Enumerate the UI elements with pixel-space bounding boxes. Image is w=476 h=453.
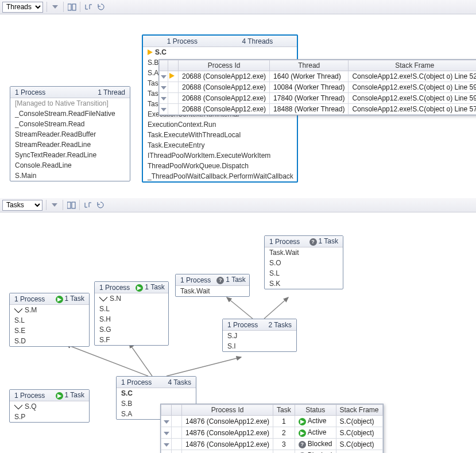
view-mode-select[interactable]: Tasks bbox=[2, 200, 42, 211]
stack-frame-row[interactable]: ExecutionContext.Run bbox=[143, 119, 297, 130]
col-stack-frame[interactable]: Stack Frame bbox=[336, 405, 382, 416]
proc-label: 1 Process bbox=[180, 276, 211, 284]
stack-frame-row[interactable]: StreamReader.ReadBuffer bbox=[10, 129, 130, 140]
toolbar-separator bbox=[46, 200, 47, 210]
async-icon bbox=[99, 296, 107, 301]
stack-frame-row[interactable]: S.C bbox=[117, 388, 196, 398]
task-box-4[interactable]: 1 Process?1 TaskTask.WaitS.OS.LS.K bbox=[264, 235, 343, 289]
stack-frame-row[interactable]: IThreadPoolWorkItem.ExecuteWorkItem bbox=[143, 150, 297, 161]
filter-icon[interactable] bbox=[50, 200, 59, 210]
col-stack-frame[interactable]: Stack Frame bbox=[349, 60, 476, 71]
stack-frame-row[interactable]: _ThreadPoolWaitCallback.PerformWaitCallb… bbox=[143, 171, 297, 181]
cell-thread: 10084 (Worker Thread) bbox=[270, 82, 349, 93]
stack-frame-row[interactable]: S.Main bbox=[10, 171, 130, 181]
task-count-label: ▶1 Task bbox=[56, 295, 84, 303]
tasks-grid[interactable]: Process Id Task Status Stack Frame 14876… bbox=[160, 404, 384, 453]
task-box-3[interactable]: 1 Process?1 TaskTask.Wait bbox=[175, 274, 250, 297]
filter-icon[interactable] bbox=[51, 2, 60, 11]
filter-icon[interactable] bbox=[161, 97, 167, 100]
stack-frame-row[interactable]: StreamReader.ReadLine bbox=[10, 140, 130, 150]
stack-frame-row[interactable]: _ConsoleStream.Read bbox=[10, 119, 130, 129]
stack-frame-row[interactable]: S.N bbox=[95, 293, 168, 304]
task-box-7[interactable]: 1 Process▶1 TaskS.QS.P bbox=[9, 389, 90, 423]
filter-icon[interactable] bbox=[161, 108, 167, 111]
toggle-columns-icon[interactable] bbox=[67, 200, 76, 210]
cell-task: 1 bbox=[273, 416, 295, 427]
current-thread-icon bbox=[169, 73, 175, 79]
stack-frame-row[interactable]: ThreadPoolWorkQueue.Dispatch bbox=[143, 161, 297, 171]
col-process-id[interactable]: Process Id bbox=[182, 405, 273, 416]
stack-frame-row[interactable]: S.E bbox=[10, 326, 89, 336]
stack-frame-row[interactable]: [Managed to Native Transition] bbox=[10, 98, 130, 109]
stack-frame-row[interactable]: S.I bbox=[223, 341, 296, 351]
table-row[interactable]: 20688 (ConsoleApp12.exe)1640 (Worker Thr… bbox=[160, 71, 477, 82]
col-thread[interactable]: Thread bbox=[270, 60, 349, 71]
cell-stack-frame: ConsoleApp12.exe!S.C(object o) Line 59 bbox=[349, 82, 476, 93]
stack-frame-row[interactable]: S.M bbox=[10, 305, 89, 315]
threads-grid[interactable]: Process Id Thread Stack Frame 20688 (Con… bbox=[158, 59, 476, 115]
stack-frame-row[interactable]: S.L bbox=[95, 304, 168, 314]
stack-frame-row[interactable]: Task.Wait bbox=[176, 286, 249, 296]
thread-count-label: 1 Thread bbox=[98, 88, 125, 96]
col-task[interactable]: Task bbox=[273, 405, 295, 416]
stack-frame-row[interactable]: S.F bbox=[95, 335, 168, 345]
col-status[interactable]: Status bbox=[295, 405, 336, 416]
stack-frame-row[interactable]: S.L bbox=[10, 315, 89, 326]
view-mode-select[interactable]: Threads bbox=[2, 2, 43, 13]
stack-frame-row[interactable]: S.C bbox=[143, 47, 297, 57]
filter-icon[interactable] bbox=[164, 420, 169, 424]
expand-icon[interactable] bbox=[83, 200, 92, 210]
table-row[interactable]: 20688 (ConsoleApp12.exe)10084 (Worker Th… bbox=[160, 82, 477, 93]
table-row[interactable]: 14876 (ConsoleApp12.exe)3?BlockedS.C(obj… bbox=[161, 439, 383, 450]
stack-frame-row[interactable]: Console.ReadLine bbox=[10, 160, 130, 171]
toggle-columns-icon[interactable] bbox=[67, 2, 76, 11]
status-running-icon: ▶ bbox=[56, 392, 63, 400]
stack-frame-row[interactable]: S.K bbox=[265, 278, 343, 289]
table-row[interactable]: 20688 (ConsoleApp12.exe)17840 (Worker Th… bbox=[160, 93, 477, 104]
refresh-icon[interactable] bbox=[96, 200, 105, 210]
proc-label: 1 Process bbox=[227, 321, 258, 329]
async-icon bbox=[14, 404, 22, 409]
table-row[interactable]: 14876 (ConsoleApp12.exe)2▶ActiveS.C(obje… bbox=[161, 427, 383, 439]
cell-status: ▶Active bbox=[295, 416, 336, 427]
filter-icon[interactable] bbox=[164, 443, 169, 447]
stack-frame-row[interactable]: S.D bbox=[10, 336, 89, 346]
cell-task: 4 bbox=[273, 450, 295, 454]
stack-frame-row[interactable]: S.P bbox=[10, 412, 89, 422]
stack-frame-row[interactable]: _ConsoleStream.ReadFileNative bbox=[10, 109, 130, 119]
stack-frame-row[interactable]: SyncTextReader.ReadLine bbox=[10, 150, 130, 160]
task-box-5[interactable]: 1 Process2 TasksS.JS.I bbox=[222, 319, 297, 352]
proc-label: 1 Process bbox=[15, 88, 45, 96]
table-row[interactable]: 20688 (ConsoleApp12.exe)18488 (Worker Th… bbox=[160, 104, 477, 115]
stack-frame-row[interactable]: Task.ExecuteEntry bbox=[143, 140, 297, 150]
svg-line-4 bbox=[66, 344, 148, 376]
stack-frame-row[interactable]: S.G bbox=[95, 324, 168, 335]
col-process-id[interactable]: Process Id bbox=[179, 60, 270, 71]
task-box-1[interactable]: 1 Process▶1 TaskS.MS.LS.ES.D bbox=[9, 293, 90, 347]
stack-frame-row[interactable]: S.O bbox=[265, 258, 343, 268]
filter-icon[interactable] bbox=[161, 86, 167, 90]
stack-box-main-thread[interactable]: 1 Process 1 Thread [Managed to Native Tr… bbox=[10, 86, 130, 181]
svg-rect-2 bbox=[67, 202, 71, 208]
table-row[interactable]: 14876 (ConsoleApp12.exe)4?BlockedS.C(obj… bbox=[161, 450, 383, 454]
filter-icon[interactable] bbox=[161, 75, 167, 79]
cell-task: 3 bbox=[273, 439, 295, 450]
stack-frame-row[interactable]: S.L bbox=[265, 268, 343, 278]
tasks-canvas: 1 Process▶1 TaskS.MS.LS.ES.D 1 Process▶1… bbox=[0, 212, 476, 453]
cell-stack-frame: S.C(object) bbox=[336, 416, 382, 427]
stack-frame-row[interactable]: Task.Wait bbox=[265, 247, 343, 258]
refresh-icon[interactable] bbox=[96, 2, 106, 11]
stack-frame-row[interactable]: S.H bbox=[95, 314, 168, 324]
cell-process-id: 14876 (ConsoleApp12.exe) bbox=[182, 450, 273, 454]
cell-process-id: 20688 (ConsoleApp12.exe) bbox=[179, 71, 270, 82]
filter-icon[interactable] bbox=[164, 432, 169, 435]
task-box-2[interactable]: 1 Process▶1 TaskS.NS.LS.HS.GS.F bbox=[94, 281, 169, 346]
stack-frame-row[interactable]: S.Q bbox=[10, 401, 89, 412]
proc-label: 1 Process bbox=[167, 37, 198, 45]
stack-frame-row[interactable]: Task.ExecuteWithThreadLocal bbox=[143, 130, 297, 140]
table-row[interactable]: 14876 (ConsoleApp12.exe)1▶ActiveS.C(obje… bbox=[161, 416, 383, 427]
svg-line-8 bbox=[264, 297, 288, 319]
status-waiting-icon: ? bbox=[309, 238, 317, 246]
stack-frame-row[interactable]: S.J bbox=[223, 331, 296, 341]
expand-icon[interactable] bbox=[84, 2, 93, 11]
